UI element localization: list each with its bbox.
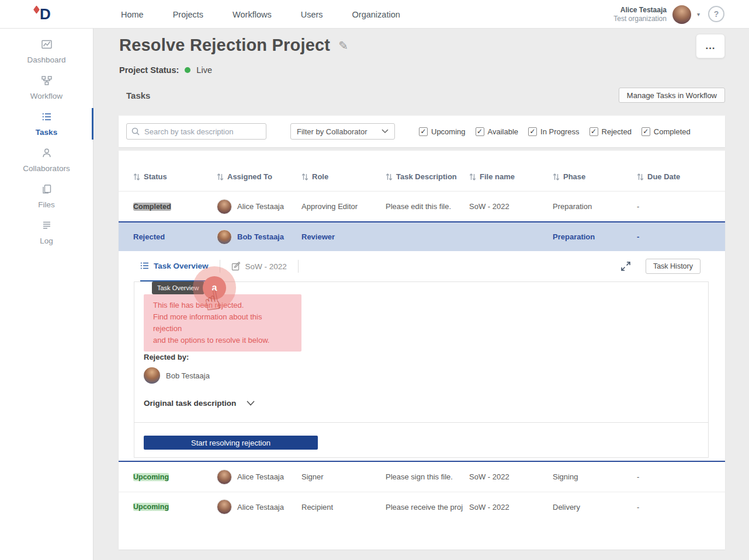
task-row-rejected[interactable]: Rejected Bob Testaaja Reviewer Preparati… — [119, 221, 725, 251]
assignee-name: Alice Testaaja — [237, 503, 284, 512]
sort-icon — [301, 173, 308, 181]
top-navbar: D Home Projects Workflows Users Organiza… — [0, 0, 749, 29]
checkbox-checked-icon — [528, 127, 537, 136]
tab-sow-2022[interactable]: SoW - 2022 — [231, 251, 287, 281]
column-header-task-description[interactable]: Task Description — [386, 172, 469, 181]
user-menu[interactable]: Alice Testaaja Test organization ▾ — [613, 0, 700, 29]
due-cell: - — [637, 232, 717, 241]
expand-panel-button[interactable] — [620, 261, 631, 272]
assignee-name: Alice Testaaja — [237, 472, 284, 481]
column-label: File name — [480, 172, 515, 181]
sort-icon — [553, 173, 560, 181]
avatar — [217, 469, 232, 485]
sidebar-item-workflow[interactable]: Workflow — [0, 69, 93, 106]
status-filter-checkboxes: Upcoming Available In Progress Rejected … — [419, 127, 691, 136]
column-label: Due Date — [647, 172, 680, 181]
column-header-due-date[interactable]: Due Date — [637, 172, 717, 181]
collaborator-filter-label: Filter by Collaborator — [297, 127, 367, 136]
search-input[interactable] — [126, 123, 266, 140]
page-title: Resolve Rejection Project — [119, 36, 330, 55]
filter-checkbox-in-progress[interactable]: In Progress — [528, 127, 579, 136]
checkbox-label: Available — [488, 127, 519, 136]
column-label: Task Description — [396, 172, 457, 181]
sidebar-item-collaborators[interactable]: Collaborators — [0, 142, 93, 178]
nav-item-organization[interactable]: Organization — [352, 10, 400, 19]
collaborator-filter-select[interactable]: Filter by Collaborator — [290, 123, 395, 140]
avatar — [144, 367, 160, 384]
rejected-by-name: Bob Testaaja — [166, 371, 210, 380]
nav-item-home[interactable]: Home — [121, 10, 144, 19]
filter-checkbox-rejected[interactable]: Rejected — [590, 127, 632, 136]
original-task-description-toggle[interactable]: Original task description — [144, 399, 255, 408]
checkbox-checked-icon — [590, 127, 598, 136]
column-header-role[interactable]: Role — [301, 172, 386, 181]
main-nav: Home Projects Workflows Users Organizati… — [121, 0, 400, 29]
sidebar-item-log[interactable]: Log — [0, 214, 93, 251]
checkbox-label: In Progress — [540, 127, 579, 136]
sidebar-label: Tasks — [36, 128, 57, 137]
due-cell: - — [637, 202, 717, 211]
sidebar-item-dashboard[interactable]: Dashboard — [0, 33, 93, 69]
original-task-description-label: Original task description — [144, 399, 236, 408]
status-text: Rejected — [133, 232, 165, 241]
alert-line: and the options to resolve it below. — [153, 335, 292, 346]
rejected-by-user: Bob Testaaja — [144, 367, 210, 384]
filter-checkbox-completed[interactable]: Completed — [641, 127, 691, 136]
detail-actions: Task History — [620, 259, 701, 274]
workflow-icon — [41, 75, 53, 89]
person-icon — [41, 147, 53, 161]
page-title-row: Resolve Rejection Project — [119, 36, 348, 55]
due-cell: - — [637, 503, 717, 512]
sidebar-label: Workflow — [30, 92, 63, 100]
edit-title-icon[interactable] — [338, 39, 348, 53]
sort-icon — [217, 173, 224, 181]
sidebar-item-files[interactable]: Files — [0, 178, 93, 214]
description-cell: Please edit this file. — [386, 202, 469, 211]
alert-line: Find more information about this rejecti… — [153, 311, 292, 335]
column-header-phase[interactable]: Phase — [553, 172, 637, 181]
column-label: Role — [312, 172, 328, 181]
tasks-list-icon — [41, 111, 53, 125]
app-logo[interactable]: D — [34, 5, 51, 23]
column-label: Phase — [563, 172, 585, 181]
dashboard-icon — [41, 39, 53, 53]
task-row-completed[interactable]: Completed Alice Testaaja Approving Edito… — [119, 192, 725, 221]
help-button[interactable]: ? — [708, 6, 724, 22]
phase-cell: Delivery — [553, 503, 637, 512]
chevron-down-icon — [247, 401, 255, 406]
column-header-assigned-to[interactable]: Assigned To — [217, 172, 301, 181]
project-menu-button[interactable]: ... — [696, 34, 725, 58]
checkbox-label: Upcoming — [431, 127, 466, 136]
sidebar-label: Log — [40, 236, 53, 245]
sidebar-item-tasks[interactable]: Tasks — [0, 106, 93, 142]
column-header-status[interactable]: Status — [133, 172, 217, 181]
chevron-down-icon[interactable]: ▾ — [697, 11, 700, 18]
tab-separator — [298, 260, 299, 273]
task-row-upcoming-recipient[interactable]: Upcoming Alice Testaaja Recipient Please… — [119, 492, 725, 521]
column-label: Assigned To — [227, 172, 272, 181]
tasks-table: Status Assigned To Role Task Description… — [119, 151, 725, 549]
start-resolving-rejection-button[interactable]: Start resolving rejection — [144, 436, 318, 450]
description-cell: Please receive the proj — [386, 503, 469, 512]
assignee-name: Alice Testaaja — [237, 202, 284, 211]
task-row-upcoming-signer[interactable]: Upcoming Alice Testaaja Signer Please si… — [119, 462, 725, 492]
main-content: Resolve Rejection Project ... Project St… — [94, 29, 749, 560]
nav-item-users[interactable]: Users — [301, 10, 323, 19]
nav-item-workflows[interactable]: Workflows — [233, 10, 272, 19]
checkbox-checked-icon — [476, 127, 484, 136]
filter-checkbox-upcoming[interactable]: Upcoming — [419, 127, 466, 136]
help-label: ? — [714, 9, 719, 19]
filter-bar: Filter by Collaborator Upcoming Availabl… — [119, 116, 725, 147]
role-cell: Approving Editor — [301, 202, 386, 211]
avatar — [217, 229, 232, 245]
search-icon — [131, 127, 140, 136]
description-cell: Please sign this file. — [386, 472, 469, 481]
log-icon — [41, 220, 53, 234]
sidebar-label: Collaborators — [23, 164, 70, 173]
user-avatar[interactable] — [672, 5, 691, 24]
task-history-button[interactable]: Task History — [646, 259, 701, 274]
column-header-file-name[interactable]: File name — [469, 172, 553, 181]
filter-checkbox-available[interactable]: Available — [476, 127, 519, 136]
nav-item-projects[interactable]: Projects — [173, 10, 203, 19]
manage-tasks-button[interactable]: Manage Tasks in Workflow — [619, 88, 725, 103]
